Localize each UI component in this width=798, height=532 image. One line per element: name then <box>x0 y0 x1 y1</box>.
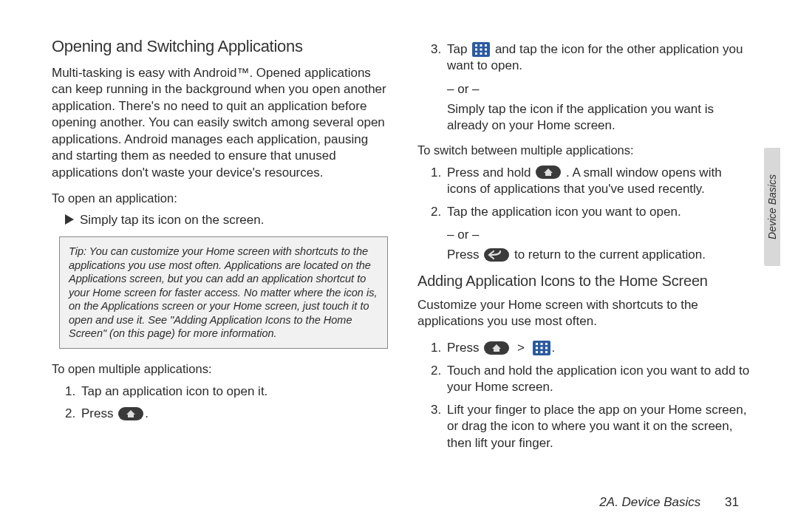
svg-rect-6 <box>475 48 477 50</box>
right-column: 3. Tap and tap t <box>417 37 754 459</box>
chevron-right-icon: > <box>517 341 525 355</box>
home-key-icon <box>536 166 561 179</box>
alt-step-text: Press to return to the current applicati… <box>447 247 754 263</box>
step-text: Press . <box>81 406 388 422</box>
step-number: 1. <box>431 340 447 356</box>
svg-rect-3 <box>475 44 477 47</box>
numbered-list: 1. Tap an application icon to open it. 2… <box>65 383 388 423</box>
manual-page: Opening and Switching Applications Multi… <box>0 0 798 532</box>
alt-step-text: Simply tap the icon if the application y… <box>447 101 754 134</box>
svg-rect-4 <box>480 44 482 47</box>
tip-box: Tip: You can customize your Home screen … <box>59 236 388 349</box>
subsection-intro: Customize your Home screen with shortcut… <box>417 297 754 330</box>
step-number: 3. <box>431 402 447 451</box>
list-item: 1. Press > <box>431 340 754 356</box>
step-number: 2. <box>431 363 447 396</box>
tip-body: You can customize your Home screen with … <box>69 245 377 339</box>
procedure-label-switch: To switch between multiple applications: <box>417 143 754 157</box>
svg-rect-8 <box>485 48 487 50</box>
procedure-label-open: To open an application: <box>52 191 388 205</box>
svg-rect-7 <box>480 48 482 50</box>
svg-rect-20 <box>540 347 542 349</box>
list-item: 3. Tap and tap t <box>431 41 754 75</box>
apps-grid-icon <box>472 42 490 57</box>
step-text: Tap an application icon to open it. <box>81 383 388 400</box>
or-separator: – or – <box>447 228 754 242</box>
svg-rect-10 <box>480 52 482 55</box>
home-key-icon <box>484 341 509 355</box>
step-text: Press and hold . A small window opens wi… <box>447 165 754 198</box>
step-text: Touch and hold the application icon you … <box>447 363 754 396</box>
step-text: Tap the application icon you want to ope… <box>447 204 754 220</box>
svg-rect-23 <box>540 351 542 353</box>
step-text: Tap and tap the icon for the other appl <box>447 41 754 75</box>
step-number: 2. <box>431 204 447 220</box>
list-item: 1. Tap an application icon to open it. <box>65 383 388 400</box>
tip-label: Tip: <box>69 245 86 257</box>
triangle-bullet-icon <box>65 213 74 229</box>
numbered-list-add: 1. Press > <box>431 340 754 451</box>
svg-rect-18 <box>545 343 548 345</box>
side-tab-label: Device Basics <box>766 174 778 239</box>
svg-rect-17 <box>540 343 542 345</box>
side-tab: Device Basics <box>764 148 780 266</box>
step-number: 1. <box>65 383 81 400</box>
two-column-layout: Opening and Switching Applications Multi… <box>52 37 754 459</box>
or-separator: – or – <box>447 82 754 97</box>
step-number: 3. <box>431 41 447 75</box>
list-item: 2. Tap the application icon you want to … <box>431 204 754 220</box>
step-text: Lift your finger to place the app on you… <box>447 402 754 451</box>
intro-paragraph: Multi-tasking is easy with Android™. Ope… <box>52 65 388 181</box>
svg-rect-9 <box>475 52 477 55</box>
apps-grid-icon <box>533 341 550 355</box>
svg-rect-22 <box>536 351 538 353</box>
list-item: 2. Press . <box>65 406 388 422</box>
step-number: 2. <box>65 406 81 422</box>
page-footer: 2A. Device Basics 31 <box>599 495 739 510</box>
svg-rect-24 <box>545 351 548 353</box>
numbered-list-cont: 3. Tap and tap t <box>431 41 754 75</box>
footer-section: 2A. Device Basics <box>599 495 700 509</box>
svg-rect-5 <box>485 44 487 47</box>
list-item: 3. Lift your finger to place the app on … <box>431 402 754 451</box>
home-key-icon <box>118 407 143 420</box>
bullet-item: Simply tap its icon on the screen. <box>65 213 388 229</box>
page-number: 31 <box>725 495 739 509</box>
list-item: 1. Press and hold . A small window opens… <box>431 165 754 198</box>
left-column: Opening and Switching Applications Multi… <box>52 37 388 459</box>
step-number: 1. <box>431 165 447 198</box>
svg-rect-11 <box>485 52 487 55</box>
subsection-heading: Adding Application Icons to the Home Scr… <box>417 273 754 290</box>
svg-rect-16 <box>536 343 538 345</box>
list-item: 2. Touch and hold the application icon y… <box>431 363 754 396</box>
svg-rect-21 <box>545 347 548 349</box>
back-key-icon <box>484 248 509 262</box>
bullet-text: Simply tap its icon on the screen. <box>80 213 264 228</box>
procedure-label-multi: To open multiple applications: <box>52 362 388 376</box>
section-heading: Opening and Switching Applications <box>52 37 388 56</box>
numbered-list-switch: 1. Press and hold . A small window opens… <box>431 165 754 220</box>
svg-rect-19 <box>536 347 538 349</box>
svg-marker-0 <box>65 214 74 225</box>
step-text: Press > <box>447 340 754 356</box>
